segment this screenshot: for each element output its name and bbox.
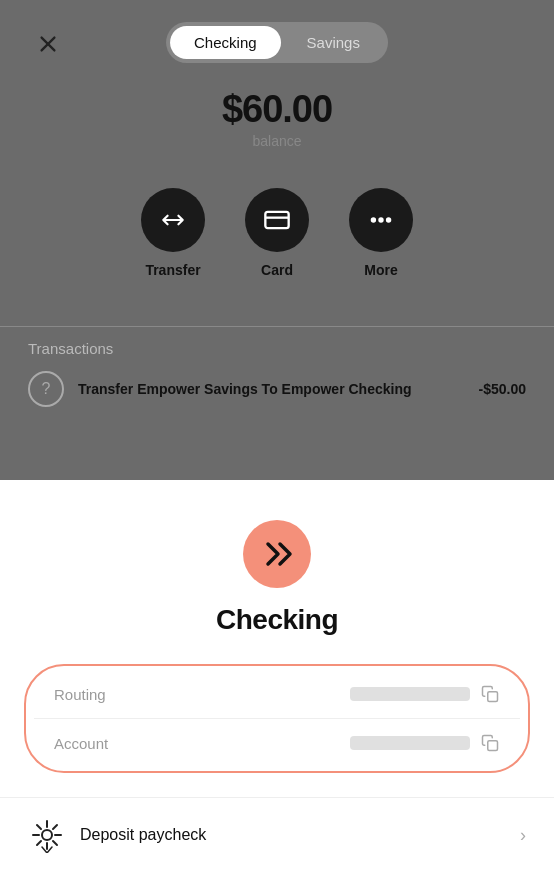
- svg-point-5: [379, 218, 382, 221]
- chevron-right-icon: ›: [520, 825, 526, 846]
- more-circle: [349, 188, 413, 252]
- account-row: Account: [34, 719, 520, 767]
- action-more[interactable]: More: [349, 188, 413, 278]
- svg-rect-2: [265, 212, 288, 228]
- routing-value: [350, 687, 470, 701]
- svg-point-4: [372, 218, 375, 221]
- svg-line-16: [37, 841, 41, 845]
- question-icon: ?: [28, 371, 64, 407]
- balance-amount: $60.00: [222, 88, 332, 131]
- card-label: Card: [261, 262, 293, 278]
- balance-label: balance: [222, 133, 332, 149]
- action-transfer[interactable]: Transfer: [141, 188, 205, 278]
- svg-point-17: [42, 830, 52, 840]
- account-label: Account: [54, 735, 108, 752]
- card-circle: [245, 188, 309, 252]
- svg-line-14: [53, 841, 57, 845]
- tab-checking[interactable]: Checking: [170, 26, 281, 59]
- action-card[interactable]: Card: [245, 188, 309, 278]
- svg-line-15: [53, 825, 57, 829]
- balance-area: $60.00 balance: [222, 88, 332, 149]
- transaction-amount: -$50.00: [479, 381, 526, 397]
- transactions-title: Transactions: [28, 340, 526, 357]
- account-copy-icon[interactable]: [480, 733, 500, 753]
- svg-point-6: [387, 218, 390, 221]
- tab-savings[interactable]: Savings: [283, 26, 384, 59]
- transfer-label: Transfer: [145, 262, 200, 278]
- checking-title: Checking: [0, 604, 554, 636]
- routing-copy-icon[interactable]: [480, 684, 500, 704]
- svg-rect-8: [488, 741, 498, 751]
- account-value: [350, 736, 470, 750]
- deposit-icon-wrap: [28, 816, 66, 854]
- transaction-name: Transfer Empower Savings To Empower Chec…: [78, 381, 465, 397]
- double-chevron-icon: [260, 540, 294, 568]
- actions-row: Transfer Card More: [141, 188, 413, 278]
- deposit-paycheck-row[interactable]: Deposit paycheck ›: [0, 797, 554, 872]
- svg-line-13: [37, 825, 41, 829]
- tab-switcher: Checking Savings: [166, 22, 388, 63]
- top-section: Checking Savings $60.00 balance Transfer: [0, 0, 554, 480]
- svg-rect-7: [488, 692, 498, 702]
- transactions-area: Transactions ? Transfer Empower Savings …: [0, 340, 554, 407]
- routing-label: Routing: [54, 686, 106, 703]
- deposit-label: Deposit paycheck: [80, 826, 520, 844]
- close-button[interactable]: [32, 28, 64, 60]
- routing-row: Routing: [34, 670, 520, 719]
- card-icon: [263, 206, 291, 234]
- account-right: [350, 733, 500, 753]
- transfer-circle: [141, 188, 205, 252]
- forward-icon-wrap: [0, 520, 554, 588]
- bottom-section: Checking Routing Account: [0, 520, 554, 872]
- more-icon: [368, 207, 394, 233]
- deposit-icon: [29, 817, 65, 853]
- more-label: More: [364, 262, 397, 278]
- forward-circle: [243, 520, 311, 588]
- account-info-oval: Routing Account: [24, 664, 530, 773]
- transaction-info: Transfer Empower Savings To Empower Chec…: [78, 381, 465, 397]
- transfer-icon: [160, 207, 186, 233]
- table-row: ? Transfer Empower Savings To Empower Ch…: [28, 371, 526, 407]
- section-divider: [0, 326, 554, 327]
- routing-right: [350, 684, 500, 704]
